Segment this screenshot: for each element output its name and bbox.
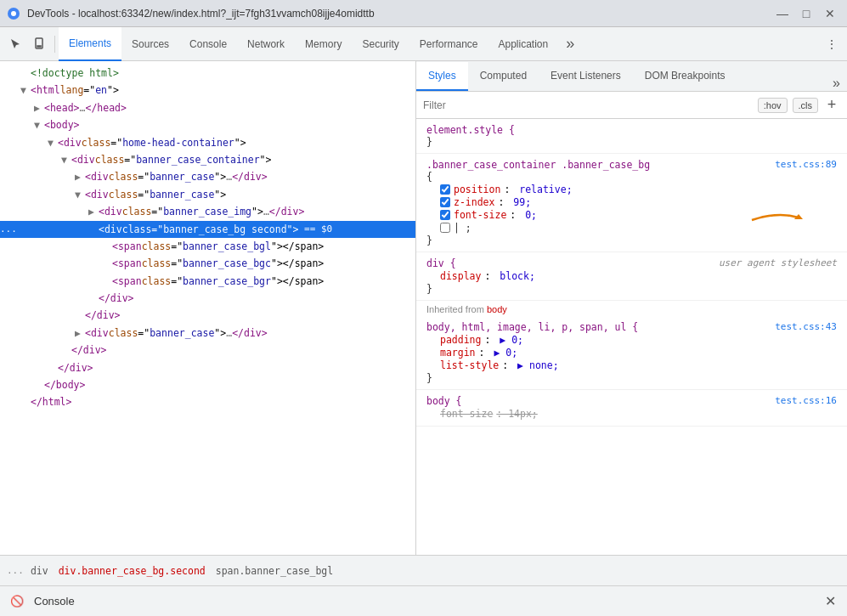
console-bar: 🚫 Console ✕ xyxy=(0,585,847,616)
tab-network[interactable]: Network xyxy=(237,27,295,61)
minimize-button[interactable]: — xyxy=(772,3,793,24)
cls-button[interactable]: .cls xyxy=(793,98,819,113)
dom-line[interactable]: ▶ <head>…</head> xyxy=(0,99,415,116)
dom-line[interactable]: <span class="banner_case_bgc"></span> xyxy=(0,255,415,272)
console-close-button[interactable]: ✕ xyxy=(820,591,840,612)
dom-line[interactable]: ▼ <body> xyxy=(0,116,415,133)
tab-application[interactable]: Application xyxy=(488,27,559,61)
content-area: <!doctype html> ▼ <html lang="en"> ▶ <he… xyxy=(0,61,847,555)
css-prop-liststyle: list-style : ▶ none; xyxy=(426,359,837,371)
tab-styles[interactable]: Styles xyxy=(416,62,468,91)
css-rule-body-html: body, html, image, li, p, span, ul { tes… xyxy=(416,316,847,390)
css-rule-div: div { user agent stylesheet display : bl… xyxy=(416,252,847,301)
window-controls: — □ ✕ xyxy=(772,3,840,24)
filter-bar: :hov .cls + xyxy=(416,92,847,119)
filter-input[interactable] xyxy=(423,99,753,111)
css-rule-header-body: body, html, image, li, p, span, ul { tes… xyxy=(426,321,837,333)
dom-line[interactable]: ▼ <div class="home-head-container"> xyxy=(0,134,415,151)
inspect-element-button[interactable] xyxy=(3,32,27,56)
tab-elements[interactable]: Elements xyxy=(59,27,121,61)
dom-line[interactable]: ▶ <div class="banner_case_img">…</div> xyxy=(0,203,415,220)
user-agent-label: user agent stylesheet xyxy=(719,257,837,268)
toolbar-divider xyxy=(54,36,55,53)
selected-dom-line[interactable]: ... <div class="banner_case_bg second"> … xyxy=(0,221,415,238)
inherited-element: body xyxy=(487,304,507,314)
css-rule-header: .banner_case_container .banner_case_bg t… xyxy=(426,159,837,171)
cursor-icon xyxy=(8,37,22,51)
tab-event-listeners[interactable]: Event Listeners xyxy=(539,62,633,91)
chevron-right-icon: » xyxy=(566,35,574,53)
breadcrumb-div[interactable]: div xyxy=(31,565,48,577)
breadcrumb-banner-bg[interactable]: div.banner_case_bg.second xyxy=(59,565,206,577)
add-rule-button[interactable]: + xyxy=(823,97,840,114)
hov-button[interactable]: :hov xyxy=(758,98,788,113)
css-rule-header-div: div { user agent stylesheet xyxy=(426,257,837,269)
inherited-label: Inherited from body xyxy=(416,301,847,316)
console-clear-button[interactable]: 🚫 xyxy=(7,591,27,612)
css-prop-fontsize-strikethrough: font-size : 14px; xyxy=(426,408,837,420)
svg-rect-3 xyxy=(37,46,41,47)
tab-sources[interactable]: Sources xyxy=(121,27,179,61)
chrome-icon xyxy=(7,7,20,20)
more-tabs-button[interactable]: » xyxy=(558,32,582,56)
dom-line[interactable]: ▼ <div class="banner_case"> xyxy=(0,186,415,203)
main-tabs: Elements Sources Console Network Memory … xyxy=(59,27,558,61)
prop-checkbox-zindex[interactable] xyxy=(440,197,450,207)
dom-line[interactable]: </div> xyxy=(0,342,415,359)
more-options-button[interactable]: ⋮ xyxy=(820,32,844,56)
close-button[interactable]: ✕ xyxy=(820,3,840,24)
svg-point-1 xyxy=(11,11,16,16)
css-prop-padding: padding : ▶ 0; xyxy=(426,334,837,346)
css-prop-fontsize[interactable]: font-size : 0; xyxy=(426,209,837,221)
tab-computed[interactable]: Computed xyxy=(468,62,539,91)
title-bar: DevTools - localhost:63342/new/index.htm… xyxy=(0,0,847,27)
file-ref-link-16[interactable]: test.css:16 xyxy=(775,395,837,406)
maximize-button[interactable]: □ xyxy=(796,3,816,24)
file-ref-link-43[interactable]: test.css:43 xyxy=(775,321,837,332)
main-toolbar: Elements Sources Console Network Memory … xyxy=(0,27,847,61)
annotation-arrow xyxy=(743,207,811,233)
dom-line[interactable]: ▶ <div class="banner_case">…</div> xyxy=(0,325,415,342)
dom-panel: <!doctype html> ▼ <html lang="en"> ▶ <he… xyxy=(0,61,416,555)
css-prop-zindex[interactable]: z-index : 99; xyxy=(426,196,837,208)
dom-line[interactable]: </div> xyxy=(0,307,415,324)
tab-security[interactable]: Security xyxy=(352,27,409,61)
css-rule-header-body16: body { test.css:16 xyxy=(426,395,837,407)
css-rule-body-fontsize: body { test.css:16 font-size : 14px; xyxy=(416,390,847,427)
dom-line[interactable]: </div> xyxy=(0,359,415,376)
dom-line[interactable]: </html> xyxy=(0,393,415,410)
dom-line[interactable]: ▼ <html lang="en"> xyxy=(0,82,415,99)
tab-dom-breakpoints[interactable]: DOM Breakpoints xyxy=(633,62,737,91)
device-toolbar-button[interactable] xyxy=(27,32,51,56)
prop-checkbox-cursor[interactable] xyxy=(440,223,450,233)
prop-checkbox-position[interactable] xyxy=(440,184,450,195)
dom-line[interactable]: <span class="banner_case_bgl"></span> xyxy=(0,238,415,255)
css-rule-element-style: element.style { } xyxy=(416,119,847,154)
css-rule-banner-bg: .banner_case_container .banner_case_bg t… xyxy=(416,154,847,252)
tab-performance[interactable]: Performance xyxy=(409,27,488,61)
sub-tabs: Styles Computed Event Listeners DOM Brea… xyxy=(416,61,847,92)
dots-menu: ⋮ xyxy=(820,32,844,56)
dom-line[interactable]: ▶ <div class="banner_case">…</div> xyxy=(0,168,415,185)
console-label: Console xyxy=(34,595,75,608)
prop-checkbox-fontsize[interactable] xyxy=(440,210,450,220)
dom-line[interactable]: </body> xyxy=(0,376,415,393)
tab-memory[interactable]: Memory xyxy=(295,27,352,61)
css-prop-display: display : block; xyxy=(426,270,837,282)
styles-panel: Styles Computed Event Listeners DOM Brea… xyxy=(416,61,847,555)
dom-line[interactable]: ▼ <div class="banner_case_container"> xyxy=(0,151,415,168)
dom-line[interactable]: <!doctype html> xyxy=(0,65,415,82)
more-subtabs-icon[interactable]: » xyxy=(826,76,847,91)
window-title: DevTools - localhost:63342/new/index.htm… xyxy=(27,8,772,20)
three-dots-icon: ... xyxy=(7,565,24,576)
dom-line[interactable]: </div> xyxy=(0,290,415,307)
tab-console[interactable]: Console xyxy=(179,27,237,61)
device-icon xyxy=(32,37,46,51)
css-prop-margin: margin : ▶ 0; xyxy=(426,347,837,359)
dom-line[interactable]: <span class="banner_case_bgr"></span> xyxy=(0,273,415,290)
css-prop-position[interactable]: position : relative; xyxy=(426,184,837,195)
breadcrumb-bar: ... div div.banner_case_bg.second span.b… xyxy=(0,555,847,585)
file-ref-link[interactable]: test.css:89 xyxy=(775,159,837,170)
breadcrumb-span-bgl[interactable]: span.banner_case_bgl xyxy=(216,565,333,577)
